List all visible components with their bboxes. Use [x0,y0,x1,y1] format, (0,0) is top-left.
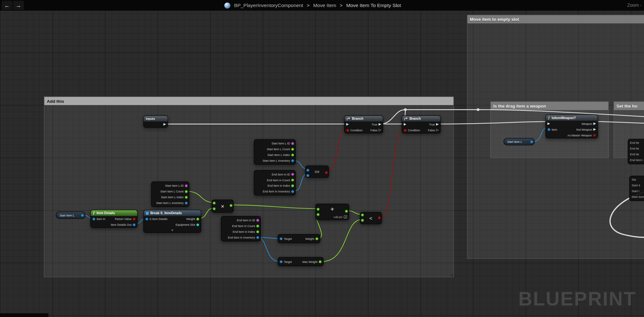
weapon-exec-pin[interactable]: ▶ [593,122,596,125]
get-weight-node[interactable]: Target Weight [278,234,320,243]
false-exec-pin[interactable]: ▷ [379,128,381,132]
inventory-out-pin[interactable] [291,190,294,193]
max-weight-out-pin[interactable] [319,260,322,263]
input-pin-b[interactable] [361,219,364,222]
struct-in-pin[interactable] [145,217,148,220]
pin-label: Target [284,237,292,240]
start-item-pins-node-lower[interactable]: Start Item L ID Start Item L Count Start… [151,182,189,207]
id-out-pin[interactable] [291,173,294,175]
id-out-pin[interactable] [256,219,259,222]
resize-handle-icon[interactable]: ◢ [450,273,453,277]
input-pin-b[interactable] [317,213,320,216]
get-max-weight-node[interactable]: Target Max Weight [278,257,324,266]
count-out-pin[interactable] [291,178,294,181]
add-pin-label[interactable]: Add pin [333,215,342,218]
count-out-pin[interactable] [291,148,294,150]
item-pin[interactable] [548,128,550,131]
pin-label: Weight [186,217,195,220]
exec-in-pin[interactable]: ▶ [404,123,406,126]
index-out-pin[interactable] [291,153,294,156]
is-item-weapon-node[interactable]: ƒ IsItemWeapon? ▶ Weapon▶ Item Not Weapo… [545,115,598,138]
inventory-out-pin[interactable] [291,159,294,162]
target-pin[interactable] [280,260,282,263]
false-exec-pin[interactable]: ▷ [436,128,439,132]
index-out-pin[interactable] [291,184,294,187]
count-out-pin[interactable] [185,190,188,193]
comment-title[interactable]: Add this [45,97,453,105]
equipment-slot-pin[interactable] [196,223,199,226]
comment-title[interactable]: Is the drag item a weapon [491,102,608,110]
breadcrumb-item-move-item-to-empty-slot[interactable]: Move Item To Empty Slot [346,3,401,8]
blueprint-editor-window: BLUEPRINT Move item to empty slot Add th… [0,0,644,317]
branch-icon [404,117,408,121]
clipped-start-item-node[interactable]: Sta Start It Start I Start Item [629,176,644,201]
variable-out-pin[interactable] [530,141,533,143]
pin-label: Target [284,260,292,263]
forward-button[interactable]: → [13,1,24,10]
input-pin-a[interactable] [317,208,320,211]
return-value-pin[interactable] [133,217,135,220]
pin-label: Weapon [582,122,592,125]
breadcrumb-item-blueprint[interactable]: BP_PlayerInventoryComponent [234,3,303,8]
breadcrumb-item-move-item[interactable]: Move Item [313,3,336,8]
weight-out-pin[interactable] [196,217,199,220]
result-pin[interactable] [378,216,381,219]
count-out-pin[interactable] [256,224,259,227]
inventory-out-pin[interactable] [185,201,188,204]
comment-add-this[interactable]: Add this ◢ [44,96,454,277]
exec-out-pin[interactable]: ▶ [163,123,166,126]
not-weapon-exec-pin[interactable]: ▶ [593,128,596,131]
equals-node[interactable]: == [305,166,329,178]
clipped-end-item-node[interactable]: End Ite End Ite End Ite End Item i [628,139,644,164]
variable-out-pin[interactable] [81,214,84,217]
start-item-variable-node[interactable]: Start Item L [56,211,85,219]
weight-out-pin[interactable] [315,237,318,240]
item-in-pin[interactable] [93,217,95,220]
branch-node-1[interactable]: Branch ▶ True▶ Condition False▷ [344,115,383,133]
index-out-pin[interactable] [185,196,188,199]
multiply-node[interactable]: × [211,199,233,213]
start-item-variable-node-right[interactable]: Start Item L [503,138,534,145]
true-exec-pin[interactable]: ▶ [436,123,439,126]
break-s-itemdetails-node[interactable]: Break S_ItemDetails S Item Details Weigh… [143,210,201,233]
id-out-pin[interactable] [291,142,294,145]
branch-node-2[interactable]: Branch ▶ True▶ Condition False▷ [402,115,441,133]
exec-in-pin[interactable]: ▶ [548,122,550,125]
result-pin[interactable] [325,171,328,174]
node-header: ƒ IsItemWeapon? [546,115,598,121]
add-node[interactable]: + Add pin + [315,204,349,220]
item-details-out-pin[interactable] [133,223,135,226]
item-details-node[interactable]: ƒ Item Details Item In Return Value Item… [90,210,137,228]
id-out-pin[interactable] [185,184,188,187]
inventory-out-pin[interactable] [256,236,259,239]
pin-label: False [428,129,435,132]
target-pin[interactable] [280,237,282,240]
comment-title[interactable]: Set the ho [614,102,644,110]
inputs-node[interactable]: Inputs ▶ [143,115,168,127]
pin-label: End Item in ID [272,173,290,175]
pin-label: Item In [96,217,105,220]
comment-title[interactable]: Move item to empty slot [467,15,644,23]
condition-pin[interactable] [346,129,349,132]
input-pin-a[interactable] [213,202,216,205]
add-pin-icon[interactable]: + [344,215,347,218]
input-pin-a[interactable] [361,214,364,216]
pin-label: False [370,129,377,132]
back-button[interactable]: ← [2,1,12,10]
input-pin-a[interactable] [306,169,309,172]
as-master-weapon-pin[interactable] [593,134,596,136]
end-item-pins-node-lower[interactable]: End Item in ID End Item in Count End Ite… [221,216,261,242]
index-out-pin[interactable] [256,230,259,233]
result-pin[interactable] [345,210,348,213]
exec-in-pin[interactable]: ▶ [346,123,349,126]
end-item-pins-node-upper[interactable]: End Item in ID End Item in Count End Ite… [254,170,296,196]
collapse-arrow-icon[interactable]: ▼ [171,229,174,232]
true-exec-pin[interactable]: ▶ [379,123,381,126]
less-than-node[interactable]: < [360,212,382,224]
start-item-pins-node-upper[interactable]: Start Item L ID Start Item L Count Start… [254,139,296,165]
input-pin-b[interactable] [213,207,216,210]
input-pin-b[interactable] [306,174,309,177]
result-pin[interactable] [230,204,232,207]
condition-pin[interactable] [404,129,407,132]
node-title: Inputs [146,117,155,121]
